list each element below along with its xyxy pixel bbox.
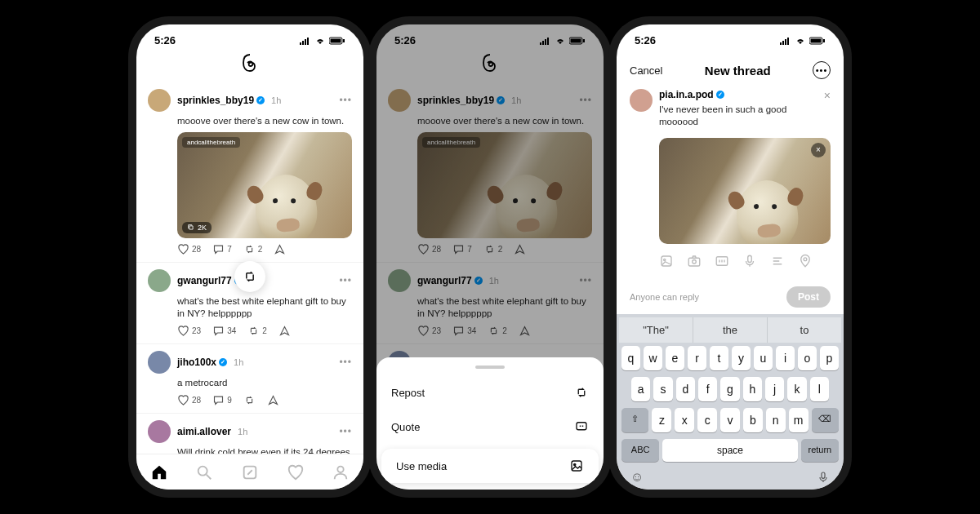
battery-icon <box>329 37 345 45</box>
tab-search[interactable] <box>195 463 213 481</box>
key-l[interactable]: l <box>810 377 829 401</box>
key-c[interactable]: c <box>697 408 717 432</box>
repost-button[interactable]: 2 <box>243 243 263 255</box>
key-i[interactable]: i <box>776 346 795 370</box>
tab-home[interactable] <box>150 463 168 481</box>
close-icon[interactable]: × <box>824 89 831 102</box>
key-o[interactable]: o <box>798 346 817 370</box>
gif-icon[interactable] <box>715 254 729 268</box>
key-m[interactable]: m <box>789 408 808 432</box>
composer-media[interactable]: × <box>659 138 831 244</box>
image-icon[interactable] <box>659 254 674 268</box>
repost-button[interactable]: 2 <box>247 325 267 337</box>
key-k[interactable]: k <box>787 377 806 401</box>
reply-row: Anyone can reply Post <box>617 280 844 314</box>
alt-pill[interactable]: 2K <box>182 222 212 233</box>
more-icon[interactable]: ••• <box>339 357 352 368</box>
reply-button[interactable]: 9 <box>212 394 232 406</box>
key-b[interactable]: b <box>743 408 763 432</box>
key-e[interactable]: e <box>666 346 684 370</box>
key-abc[interactable]: ABC <box>621 439 659 462</box>
media-tag: andcallthebreath <box>182 137 240 148</box>
composer-title: New thread <box>705 64 771 78</box>
location-icon[interactable] <box>798 254 813 268</box>
suggest-1[interactable]: "The" <box>619 317 693 343</box>
threads-logo[interactable] <box>136 50 363 82</box>
key-p[interactable]: p <box>820 346 839 370</box>
key-d[interactable]: d <box>676 377 695 401</box>
username[interactable]: gwangurl77✓ <box>177 275 243 286</box>
key-h[interactable]: h <box>743 377 762 401</box>
key-u[interactable]: u <box>754 346 773 370</box>
composer-text[interactable]: I've never been in such a good moooood <box>659 104 817 128</box>
tab-compose[interactable] <box>241 463 259 481</box>
key-y[interactable]: y <box>732 346 751 370</box>
post[interactable]: sprinkles_bby19✓ 1h ••• mooove over ther… <box>136 82 363 263</box>
camera-icon[interactable] <box>687 254 702 268</box>
suggest-2[interactable]: the <box>693 317 768 343</box>
username[interactable]: aimi.allover <box>177 426 231 437</box>
key-r[interactable]: r <box>688 346 706 370</box>
key-v[interactable]: v <box>720 408 740 432</box>
sheet-use-media[interactable]: Use media <box>381 449 599 483</box>
key-q[interactable]: q <box>621 346 640 370</box>
username[interactable]: jiho100x✓ <box>177 357 227 368</box>
key-a[interactable]: a <box>631 377 650 401</box>
mic-key[interactable] <box>817 471 830 484</box>
avatar[interactable] <box>148 89 171 112</box>
like-button[interactable]: 23 <box>177 325 201 337</box>
key-⇧[interactable]: ⇧ <box>621 408 648 432</box>
username[interactable]: sprinkles_bby19✓ <box>177 95 265 106</box>
key-t[interactable]: t <box>710 346 728 370</box>
avatar[interactable] <box>630 89 653 112</box>
more-icon[interactable]: ••• <box>339 426 352 437</box>
key-g[interactable]: g <box>720 377 739 401</box>
key-return[interactable]: return <box>801 439 839 462</box>
share-button[interactable] <box>278 325 291 337</box>
reply-button[interactable]: 7 <box>212 243 232 255</box>
post-button[interactable]: Post <box>786 286 831 308</box>
key-f[interactable]: f <box>698 377 717 401</box>
post-text: what's the best white elephant gift to b… <box>177 295 352 320</box>
sheet-quote[interactable]: Quote <box>376 410 604 444</box>
suggest-3[interactable]: to <box>768 317 841 343</box>
tab-profile[interactable] <box>332 463 350 481</box>
reply-button[interactable]: 34 <box>212 325 236 337</box>
post[interactable]: jiho100x✓ 1h ••• a metrocard 28 9 <box>136 344 363 414</box>
emoji-key[interactable]: ☺ <box>630 470 644 485</box>
svg-point-7 <box>198 466 207 475</box>
reply-hint[interactable]: Anyone can reply <box>630 292 699 302</box>
mic-icon[interactable] <box>742 254 757 268</box>
svg-point-9 <box>338 466 344 472</box>
username[interactable]: pia.in.a.pod✓ <box>659 89 817 100</box>
key-n[interactable]: n <box>766 408 786 432</box>
like-button[interactable]: 28 <box>177 243 201 255</box>
key-j[interactable]: j <box>765 377 784 401</box>
like-button[interactable]: 28 <box>177 394 201 406</box>
repost-float-button[interactable] <box>234 261 265 292</box>
verified-icon: ✓ <box>497 96 505 104</box>
key-s[interactable]: s <box>653 377 672 401</box>
more-icon[interactable]: ••• <box>339 275 352 286</box>
key-z[interactable]: z <box>652 408 671 432</box>
key-w[interactable]: w <box>644 346 662 370</box>
share-button[interactable] <box>274 243 286 255</box>
repost-button[interactable] <box>243 394 256 406</box>
avatar[interactable] <box>148 420 171 443</box>
poll-icon[interactable] <box>770 254 785 268</box>
more-icon[interactable]: ••• <box>339 95 352 106</box>
sheet-repost[interactable]: Repost <box>376 375 604 410</box>
key-space[interactable]: space <box>662 439 797 462</box>
avatar[interactable] <box>148 351 171 374</box>
share-button[interactable] <box>267 394 279 406</box>
sheet-handle[interactable] <box>475 366 505 369</box>
tab-activity[interactable] <box>287 463 305 481</box>
signal-icon <box>780 37 791 45</box>
key-⌫[interactable]: ⌫ <box>812 408 839 432</box>
composer-more[interactable]: ••• <box>813 61 831 79</box>
avatar[interactable] <box>148 269 171 292</box>
post-media[interactable]: andcallthebreath 2K <box>177 132 352 238</box>
remove-media-button[interactable]: × <box>811 143 826 157</box>
key-x[interactable]: x <box>675 408 694 432</box>
cancel-button[interactable]: Cancel <box>630 64 662 77</box>
